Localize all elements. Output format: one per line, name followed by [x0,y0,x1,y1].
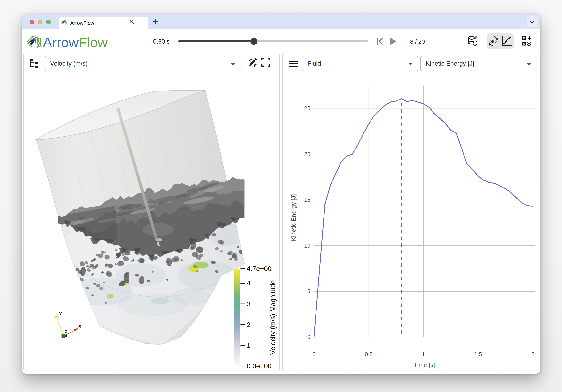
svg-text:1: 1 [422,351,425,357]
svg-text:0.5: 0.5 [365,351,373,357]
svg-text:10: 10 [304,243,310,249]
svg-text:4.7e+00: 4.7e+00 [247,265,271,272]
svg-text:2: 2 [247,321,250,328]
svg-text:5: 5 [307,288,310,295]
svg-text:Velocity (m/s) Magnitude: Velocity (m/s) Magnitude [269,280,276,355]
svg-text:Y: Y [59,311,62,316]
svg-text:1: 1 [247,342,250,349]
svg-text:15: 15 [304,197,310,203]
svg-text:Time [s]: Time [s] [414,362,435,368]
svg-text:3D: 3D [490,38,497,44]
svg-text:25: 25 [304,105,310,111]
svg-text:20: 20 [304,151,310,157]
svg-text:0: 0 [307,334,310,340]
svg-text:3: 3 [247,300,250,308]
svg-text:4: 4 [247,279,250,287]
svg-text:0.0e+00: 0.0e+00 [247,362,271,370]
svg-text:Z: Z [65,329,67,334]
svg-text:Kinetic Energy [J]: Kinetic Energy [J] [290,194,297,241]
svg-text:0: 0 [312,351,316,357]
svg-text:2: 2 [531,351,534,357]
svg-text:1.5: 1.5 [474,351,482,357]
svg-text:X: X [78,324,81,329]
